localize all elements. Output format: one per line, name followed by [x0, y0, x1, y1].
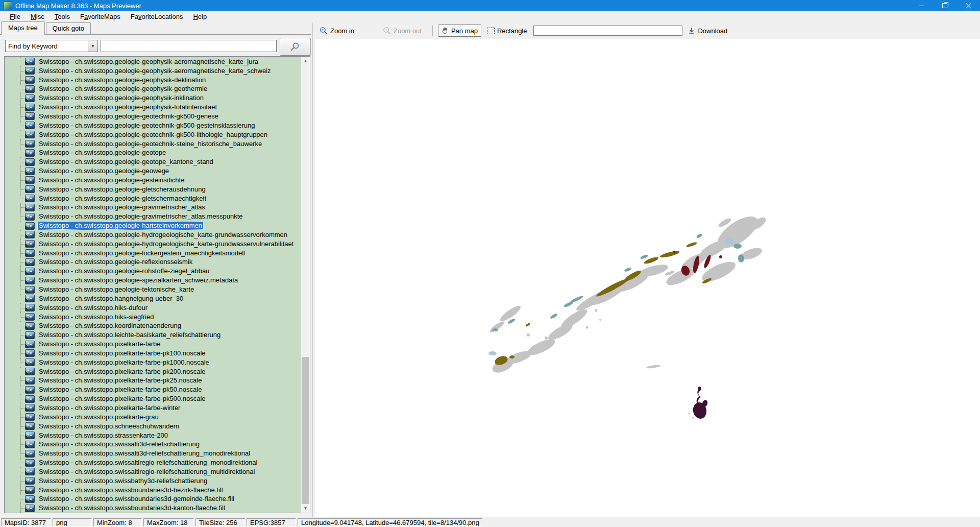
zoom-out-button[interactable]: Zoom out — [379, 25, 425, 37]
tree-item-label: Swisstopo - ch.swisstopo.geologie-geotop… — [37, 158, 215, 166]
tree-item[interactable]: Swisstopo - ch.swisstopo.swissboundaries… — [5, 495, 301, 504]
toolbar-input[interactable] — [533, 26, 682, 36]
tree-item[interactable]: Swisstopo - ch.swisstopo.pixelkarte-farb… — [5, 358, 301, 367]
tree-item[interactable]: Swisstopo - ch.swisstopo.leichte-basiska… — [5, 330, 301, 340]
tree-item[interactable]: Swisstopo - ch.swisstopo.geologie-reflex… — [5, 258, 301, 267]
tree-item[interactable]: Swisstopo - ch.swisstopo.geologie-geotec… — [5, 121, 301, 130]
tree-connector — [20, 440, 26, 449]
tree-item[interactable]: Swisstopo - ch.swisstopo.geologie-geophy… — [5, 103, 301, 112]
tree-item[interactable]: Swisstopo - ch.swisstopo.swissalti3d-rel… — [5, 449, 301, 458]
tree-connector — [20, 57, 26, 66]
menu-item-favoritemaps[interactable]: FavoriteMaps — [75, 12, 126, 22]
tree-item[interactable]: Swisstopo - ch.swisstopo.geologie-gletsc… — [5, 194, 301, 203]
tree-item-label: Swisstopo - ch.swisstopo.geologie-geotec… — [37, 122, 256, 130]
tree-item[interactable]: Swisstopo - ch.swisstopo.pixelkarte-farb… — [5, 385, 301, 394]
tree-item[interactable]: Swisstopo - ch.swisstopo.swissboundaries… — [5, 486, 301, 495]
scroll-down-icon[interactable]: ▼ — [301, 504, 310, 513]
menu-item-favoritelocations[interactable]: FavoriteLocations — [126, 12, 188, 22]
tab-maps-tree[interactable]: Maps tree — [1, 21, 45, 35]
tree-item[interactable]: Swisstopo - ch.swisstopo.schneeschuhwand… — [5, 422, 301, 431]
menu-item-help[interactable]: Help — [188, 12, 212, 22]
tree-connector — [20, 66, 26, 76]
search-button[interactable] — [280, 38, 310, 56]
tree-scrollbar[interactable]: ▲ ▼ — [301, 57, 310, 513]
tree-item[interactable]: Swisstopo - ch.swisstopo.geologie-locker… — [5, 249, 301, 258]
scrollbar-thumb[interactable] — [302, 357, 309, 505]
tree-item[interactable]: Swisstopo - ch.swisstopo.geologie-hydrog… — [5, 239, 301, 249]
tree-item[interactable]: Swisstopo - ch.swisstopo.pixelkarte-farb… — [5, 403, 301, 413]
map-canvas[interactable] — [315, 39, 980, 517]
tree-item[interactable]: Swisstopo - ch.swisstopo.pixelkarte-farb… — [5, 367, 301, 376]
tree-item[interactable]: Swisstopo - ch.swisstopo.pixelkarte-farb… — [5, 394, 301, 403]
tree-item[interactable]: Swisstopo - ch.swisstopo.geologie-geotec… — [5, 139, 301, 149]
tree-item[interactable]: Swisstopo - ch.swisstopo.geologie-gestei… — [5, 176, 301, 185]
tree-item[interactable]: Swisstopo - ch.swisstopo.pixelkarte-farb… — [5, 376, 301, 386]
tree-item[interactable]: Swisstopo - ch.swisstopo.swissaltiregio-… — [5, 458, 301, 467]
tree-item[interactable]: Swisstopo - ch.swisstopo.swissbathy3d-re… — [5, 476, 301, 486]
map-layer-icon — [25, 204, 35, 211]
tree-item[interactable]: Swisstopo - ch.swisstopo.geologie-geophy… — [5, 85, 301, 94]
tree-item[interactable]: Swisstopo - ch.swisstopo.pixelkarte-farb… — [5, 349, 301, 358]
menu-item-misc[interactable]: Misc — [26, 12, 50, 22]
map-layer-icon — [25, 158, 35, 166]
tree-item[interactable]: Swisstopo - ch.swisstopo.geologie-gravim… — [5, 203, 301, 212]
pan-map-button[interactable]: Pan map — [438, 25, 481, 37]
tree-item-label: Swisstopo - ch.swisstopo.leichte-basiska… — [37, 331, 222, 339]
tree-connector — [20, 449, 26, 458]
tab-quick-goto[interactable]: Quick goto — [46, 22, 91, 34]
tree-item[interactable]: Swisstopo - ch.swisstopo.geologie-tekton… — [5, 285, 301, 294]
tree-item[interactable]: Swisstopo - ch.swisstopo.swissalti3d-rel… — [5, 440, 301, 449]
find-mode-combobox[interactable]: Find by Keyword ▼ — [5, 40, 98, 52]
tree-item[interactable]: Swisstopo - ch.swisstopo.pixelkarte-farb… — [5, 340, 301, 349]
tree-item[interactable]: Swisstopo - ch.swisstopo.geologie-geotop… — [5, 157, 301, 166]
tree-item[interactable]: Swisstopo - ch.swisstopo.geologie-gletsc… — [5, 185, 301, 194]
tree-item[interactable]: Swisstopo - ch.swisstopo.geologie-rohsto… — [5, 267, 301, 276]
toolbar-separator — [432, 26, 433, 36]
tree-item[interactable]: Swisstopo - ch.swisstopo.geologie-hydrog… — [5, 230, 301, 239]
tree-item[interactable]: Swisstopo - ch.swisstopo.geologie-geotop… — [5, 148, 301, 157]
tree-connector — [20, 249, 26, 258]
tree-item[interactable]: Swisstopo - ch.swisstopo.geologie-geophy… — [5, 93, 301, 103]
map-layer-icon — [25, 322, 35, 330]
map-layer-icon — [25, 341, 35, 348]
map-layer-icon — [25, 295, 35, 302]
map-preview-layer — [480, 204, 766, 424]
close-button[interactable] — [957, 0, 980, 11]
menu-item-tools[interactable]: Tools — [50, 12, 75, 22]
tree-item[interactable]: Swisstopo - ch.swisstopo.geologie-geoweg… — [5, 166, 301, 176]
tree-item[interactable]: Swisstopo - ch.swisstopo.geologie-spezia… — [5, 276, 301, 285]
status-panel-6: Longitude=9.041748, Latitude=46.679594, … — [298, 518, 482, 526]
tree-item[interactable]: Swisstopo - ch.swisstopo.pixelkarte-grau — [5, 413, 301, 422]
map-layer-icon — [25, 231, 35, 238]
search-input[interactable] — [101, 40, 277, 52]
tree-item[interactable]: Swisstopo - ch.swisstopo.koordinatenaend… — [5, 321, 301, 330]
tree-item[interactable]: Swisstopo - ch.swisstopo.geologie-hartst… — [5, 221, 301, 230]
tree-item-label: Swisstopo - ch.swisstopo.hiks-dufour — [37, 304, 149, 312]
tree-item-label: Swisstopo - ch.swisstopo.geologie-spezia… — [37, 276, 239, 284]
tree-item[interactable]: Swisstopo - ch.swisstopo.swissboundaries… — [5, 504, 301, 513]
tree-item[interactable]: Swisstopo - ch.swisstopo.hangneigung-ueb… — [5, 294, 301, 303]
tree-item[interactable]: Swisstopo - ch.swisstopo.hiks-siegfried — [5, 313, 301, 322]
tree-item[interactable]: Swisstopo - ch.swisstopo.strassenkarte-2… — [5, 431, 301, 440]
tree-item[interactable]: Swisstopo - ch.swisstopo.geologie-geophy… — [5, 66, 301, 76]
tree-item-label: Swisstopo - ch.swisstopo.geologie-geophy… — [37, 85, 209, 93]
tree-item[interactable]: Swisstopo - ch.swisstopo.swissaltiregio-… — [5, 467, 301, 476]
tree-item[interactable]: Swisstopo - ch.swisstopo.geologie-gravim… — [5, 212, 301, 221]
menu-item-file[interactable]: File — [5, 12, 26, 22]
minimize-button[interactable] — [910, 0, 933, 11]
tree-item[interactable]: Swisstopo - ch.swisstopo.geologie-geophy… — [5, 76, 301, 85]
map-layer-icon — [25, 404, 35, 412]
download-button[interactable]: Download — [684, 25, 731, 37]
tree-item[interactable]: Swisstopo - ch.swisstopo.geologie-geotec… — [5, 112, 301, 121]
tree-item[interactable]: Swisstopo - ch.swisstopo.geologie-geophy… — [5, 57, 301, 66]
tree-item[interactable]: Swisstopo - ch.swisstopo.geologie-geotec… — [5, 130, 301, 139]
restore-button[interactable] — [933, 0, 957, 11]
scroll-up-icon[interactable]: ▲ — [301, 57, 310, 65]
tree-connector — [20, 203, 26, 212]
zoom-in-button[interactable]: Zoom in — [316, 25, 358, 37]
map-layer-icon — [25, 213, 35, 221]
rectangle-button[interactable]: Rectangle — [483, 25, 531, 37]
tree-item[interactable]: Swisstopo - ch.swisstopo.hiks-dufour — [5, 303, 301, 313]
combo-dropdown-button[interactable]: ▼ — [88, 40, 97, 52]
tree-connector — [20, 176, 26, 185]
